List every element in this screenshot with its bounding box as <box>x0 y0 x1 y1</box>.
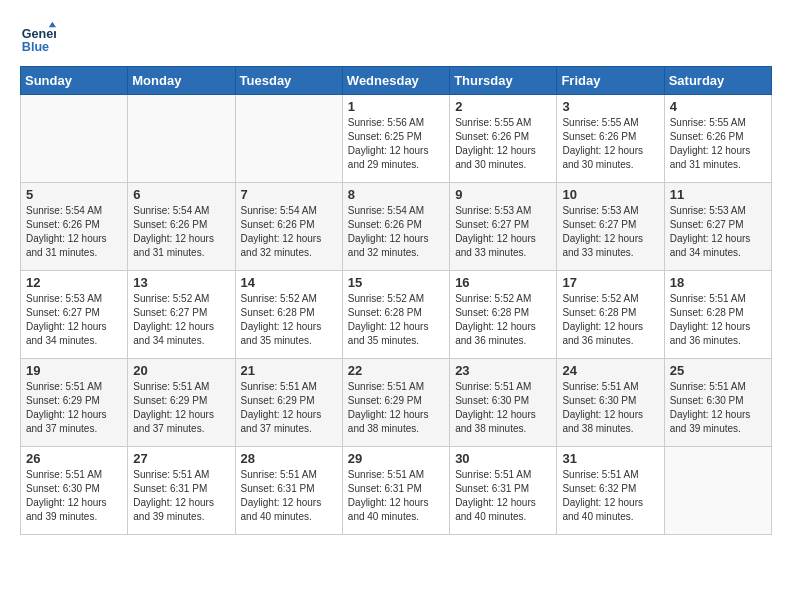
day-number: 12 <box>26 275 122 290</box>
day-number: 31 <box>562 451 658 466</box>
day-info: Sunrise: 5:55 AM Sunset: 6:26 PM Dayligh… <box>670 116 766 172</box>
day-number: 3 <box>562 99 658 114</box>
calendar-cell: 19Sunrise: 5:51 AM Sunset: 6:29 PM Dayli… <box>21 359 128 447</box>
day-info: Sunrise: 5:55 AM Sunset: 6:26 PM Dayligh… <box>562 116 658 172</box>
page-header: General Blue <box>20 20 772 56</box>
day-number: 2 <box>455 99 551 114</box>
weekday-header-wednesday: Wednesday <box>342 67 449 95</box>
calendar-week-5: 26Sunrise: 5:51 AM Sunset: 6:30 PM Dayli… <box>21 447 772 535</box>
day-number: 29 <box>348 451 444 466</box>
calendar-cell: 2Sunrise: 5:55 AM Sunset: 6:26 PM Daylig… <box>450 95 557 183</box>
day-info: Sunrise: 5:52 AM Sunset: 6:27 PM Dayligh… <box>133 292 229 348</box>
calendar-cell: 12Sunrise: 5:53 AM Sunset: 6:27 PM Dayli… <box>21 271 128 359</box>
day-info: Sunrise: 5:52 AM Sunset: 6:28 PM Dayligh… <box>348 292 444 348</box>
calendar-cell: 23Sunrise: 5:51 AM Sunset: 6:30 PM Dayli… <box>450 359 557 447</box>
weekday-header-sunday: Sunday <box>21 67 128 95</box>
calendar-cell: 15Sunrise: 5:52 AM Sunset: 6:28 PM Dayli… <box>342 271 449 359</box>
day-number: 19 <box>26 363 122 378</box>
calendar-cell: 26Sunrise: 5:51 AM Sunset: 6:30 PM Dayli… <box>21 447 128 535</box>
calendar-cell: 21Sunrise: 5:51 AM Sunset: 6:29 PM Dayli… <box>235 359 342 447</box>
calendar-cell: 13Sunrise: 5:52 AM Sunset: 6:27 PM Dayli… <box>128 271 235 359</box>
day-number: 6 <box>133 187 229 202</box>
day-info: Sunrise: 5:51 AM Sunset: 6:29 PM Dayligh… <box>26 380 122 436</box>
day-number: 18 <box>670 275 766 290</box>
calendar-cell: 5Sunrise: 5:54 AM Sunset: 6:26 PM Daylig… <box>21 183 128 271</box>
day-info: Sunrise: 5:55 AM Sunset: 6:26 PM Dayligh… <box>455 116 551 172</box>
day-number: 8 <box>348 187 444 202</box>
logo-icon: General Blue <box>20 20 56 56</box>
calendar-cell: 3Sunrise: 5:55 AM Sunset: 6:26 PM Daylig… <box>557 95 664 183</box>
day-number: 27 <box>133 451 229 466</box>
day-number: 24 <box>562 363 658 378</box>
day-number: 13 <box>133 275 229 290</box>
calendar-week-1: 1Sunrise: 5:56 AM Sunset: 6:25 PM Daylig… <box>21 95 772 183</box>
day-number: 26 <box>26 451 122 466</box>
day-number: 17 <box>562 275 658 290</box>
calendar-cell <box>664 447 771 535</box>
calendar-cell <box>21 95 128 183</box>
day-info: Sunrise: 5:51 AM Sunset: 6:29 PM Dayligh… <box>133 380 229 436</box>
day-info: Sunrise: 5:51 AM Sunset: 6:31 PM Dayligh… <box>455 468 551 524</box>
day-number: 16 <box>455 275 551 290</box>
day-info: Sunrise: 5:51 AM Sunset: 6:30 PM Dayligh… <box>455 380 551 436</box>
calendar-cell: 22Sunrise: 5:51 AM Sunset: 6:29 PM Dayli… <box>342 359 449 447</box>
calendar-cell: 6Sunrise: 5:54 AM Sunset: 6:26 PM Daylig… <box>128 183 235 271</box>
logo: General Blue <box>20 20 60 56</box>
day-number: 30 <box>455 451 551 466</box>
day-number: 14 <box>241 275 337 290</box>
day-info: Sunrise: 5:51 AM Sunset: 6:28 PM Dayligh… <box>670 292 766 348</box>
calendar-cell: 18Sunrise: 5:51 AM Sunset: 6:28 PM Dayli… <box>664 271 771 359</box>
day-info: Sunrise: 5:53 AM Sunset: 6:27 PM Dayligh… <box>670 204 766 260</box>
calendar-cell: 20Sunrise: 5:51 AM Sunset: 6:29 PM Dayli… <box>128 359 235 447</box>
calendar-cell: 9Sunrise: 5:53 AM Sunset: 6:27 PM Daylig… <box>450 183 557 271</box>
weekday-header-friday: Friday <box>557 67 664 95</box>
day-info: Sunrise: 5:53 AM Sunset: 6:27 PM Dayligh… <box>455 204 551 260</box>
day-number: 4 <box>670 99 766 114</box>
calendar-cell: 4Sunrise: 5:55 AM Sunset: 6:26 PM Daylig… <box>664 95 771 183</box>
calendar-cell: 25Sunrise: 5:51 AM Sunset: 6:30 PM Dayli… <box>664 359 771 447</box>
day-number: 21 <box>241 363 337 378</box>
calendar-cell: 17Sunrise: 5:52 AM Sunset: 6:28 PM Dayli… <box>557 271 664 359</box>
weekday-header-monday: Monday <box>128 67 235 95</box>
day-info: Sunrise: 5:51 AM Sunset: 6:32 PM Dayligh… <box>562 468 658 524</box>
day-info: Sunrise: 5:51 AM Sunset: 6:31 PM Dayligh… <box>133 468 229 524</box>
calendar-week-2: 5Sunrise: 5:54 AM Sunset: 6:26 PM Daylig… <box>21 183 772 271</box>
svg-text:Blue: Blue <box>22 40 49 54</box>
day-info: Sunrise: 5:51 AM Sunset: 6:31 PM Dayligh… <box>241 468 337 524</box>
day-number: 7 <box>241 187 337 202</box>
weekday-header-saturday: Saturday <box>664 67 771 95</box>
calendar-cell: 31Sunrise: 5:51 AM Sunset: 6:32 PM Dayli… <box>557 447 664 535</box>
day-info: Sunrise: 5:56 AM Sunset: 6:25 PM Dayligh… <box>348 116 444 172</box>
day-number: 28 <box>241 451 337 466</box>
day-info: Sunrise: 5:53 AM Sunset: 6:27 PM Dayligh… <box>26 292 122 348</box>
day-number: 20 <box>133 363 229 378</box>
day-number: 25 <box>670 363 766 378</box>
svg-marker-2 <box>49 22 56 27</box>
day-info: Sunrise: 5:51 AM Sunset: 6:30 PM Dayligh… <box>670 380 766 436</box>
weekday-header-tuesday: Tuesday <box>235 67 342 95</box>
day-info: Sunrise: 5:51 AM Sunset: 6:30 PM Dayligh… <box>562 380 658 436</box>
calendar-week-3: 12Sunrise: 5:53 AM Sunset: 6:27 PM Dayli… <box>21 271 772 359</box>
day-info: Sunrise: 5:54 AM Sunset: 6:26 PM Dayligh… <box>26 204 122 260</box>
day-info: Sunrise: 5:52 AM Sunset: 6:28 PM Dayligh… <box>562 292 658 348</box>
calendar-cell <box>128 95 235 183</box>
calendar-cell: 14Sunrise: 5:52 AM Sunset: 6:28 PM Dayli… <box>235 271 342 359</box>
weekday-header-row: SundayMondayTuesdayWednesdayThursdayFrid… <box>21 67 772 95</box>
day-number: 10 <box>562 187 658 202</box>
calendar-cell: 16Sunrise: 5:52 AM Sunset: 6:28 PM Dayli… <box>450 271 557 359</box>
day-info: Sunrise: 5:52 AM Sunset: 6:28 PM Dayligh… <box>455 292 551 348</box>
day-info: Sunrise: 5:52 AM Sunset: 6:28 PM Dayligh… <box>241 292 337 348</box>
calendar-week-4: 19Sunrise: 5:51 AM Sunset: 6:29 PM Dayli… <box>21 359 772 447</box>
day-number: 1 <box>348 99 444 114</box>
calendar-cell: 8Sunrise: 5:54 AM Sunset: 6:26 PM Daylig… <box>342 183 449 271</box>
calendar-cell: 7Sunrise: 5:54 AM Sunset: 6:26 PM Daylig… <box>235 183 342 271</box>
day-info: Sunrise: 5:51 AM Sunset: 6:29 PM Dayligh… <box>348 380 444 436</box>
calendar-cell: 11Sunrise: 5:53 AM Sunset: 6:27 PM Dayli… <box>664 183 771 271</box>
day-number: 23 <box>455 363 551 378</box>
day-info: Sunrise: 5:51 AM Sunset: 6:30 PM Dayligh… <box>26 468 122 524</box>
day-info: Sunrise: 5:54 AM Sunset: 6:26 PM Dayligh… <box>241 204 337 260</box>
day-info: Sunrise: 5:51 AM Sunset: 6:29 PM Dayligh… <box>241 380 337 436</box>
day-number: 22 <box>348 363 444 378</box>
day-number: 5 <box>26 187 122 202</box>
day-info: Sunrise: 5:54 AM Sunset: 6:26 PM Dayligh… <box>133 204 229 260</box>
